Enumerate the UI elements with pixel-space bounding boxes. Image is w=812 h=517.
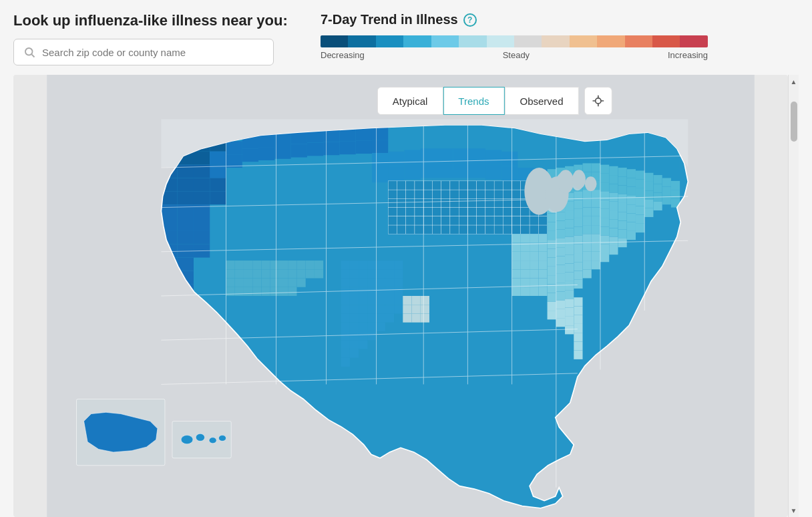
- scrollbar[interactable]: ▲ ▼: [788, 75, 799, 517]
- svg-rect-479: [377, 261, 385, 269]
- legend-segment: [348, 35, 375, 47]
- svg-rect-109: [161, 204, 177, 218]
- svg-rect-470: [565, 325, 574, 334]
- color-legend: Decreasing Steady Increasing: [321, 35, 799, 60]
- svg-rect-431: [565, 263, 574, 272]
- svg-rect-526: [367, 323, 376, 331]
- svg-rect-451: [574, 280, 582, 289]
- svg-rect-151: [258, 147, 274, 160]
- svg-rect-509: [394, 296, 403, 305]
- svg-rect-298: [644, 173, 653, 182]
- svg-rect-491: [359, 279, 367, 287]
- svg-rect-427: [530, 261, 538, 269]
- svg-rect-552: [252, 269, 261, 278]
- svg-rect-547: [306, 261, 315, 269]
- svg-rect-472: [574, 333, 582, 341]
- svg-rect-513: [367, 305, 376, 313]
- svg-rect-197: [388, 190, 397, 198]
- legend-labels: Decreasing Steady Increasing: [321, 50, 708, 60]
- svg-rect-276: [450, 225, 459, 234]
- svg-rect-338: [600, 191, 609, 200]
- svg-rect-518: [350, 313, 359, 322]
- svg-rect-259: [459, 216, 467, 225]
- svg-rect-376: [618, 220, 626, 229]
- svg-rect-423: [592, 252, 600, 261]
- svg-rect-205: [459, 190, 467, 198]
- svg-rect-485: [367, 269, 376, 278]
- svg-rect-158: [372, 140, 388, 153]
- scroll-thumb[interactable]: [791, 102, 797, 142]
- legend-segment: [597, 35, 624, 47]
- svg-rect-293: [600, 165, 609, 174]
- svg-rect-365: [618, 212, 626, 220]
- svg-rect-368: [548, 222, 556, 231]
- svg-rect-193: [503, 181, 512, 190]
- svg-rect-324: [609, 184, 618, 192]
- svg-rect-174: [469, 163, 485, 178]
- svg-rect-436: [521, 269, 530, 278]
- svg-rect-380: [556, 230, 565, 238]
- search-box: [13, 39, 274, 65]
- svg-rect-468: [565, 317, 574, 325]
- search-input[interactable]: [42, 47, 264, 58]
- legend-segment: [542, 35, 569, 47]
- svg-rect-492: [367, 279, 376, 287]
- svg-rect-186: [441, 181, 450, 190]
- svg-rect-104: [210, 178, 226, 191]
- svg-rect-383: [583, 225, 592, 234]
- svg-rect-573: [261, 287, 270, 296]
- svg-rect-339: [609, 193, 618, 202]
- legend-segment: [570, 35, 597, 47]
- location-button[interactable]: [584, 87, 612, 115]
- svg-rect-389: [512, 234, 521, 242]
- svg-rect-553: [261, 269, 270, 278]
- trends-button[interactable]: Trends: [443, 87, 504, 115]
- svg-rect-582: [421, 305, 429, 313]
- svg-rect-370: [565, 219, 574, 228]
- svg-rect-496: [341, 287, 350, 296]
- svg-rect-315: [662, 187, 671, 196]
- svg-rect-531: [367, 331, 376, 340]
- svg-rect-173: [453, 163, 469, 178]
- svg-rect-275: [441, 225, 450, 234]
- svg-rect-209: [494, 190, 503, 198]
- svg-rect-369: [556, 220, 565, 229]
- svg-rect-185: [432, 181, 441, 190]
- svg-rect-256: [432, 216, 441, 225]
- svg-rect-385: [600, 226, 609, 235]
- svg-rect-237: [423, 208, 432, 216]
- legend-segment: [625, 35, 652, 47]
- svg-rect-556: [288, 269, 296, 278]
- svg-rect-108: [210, 191, 226, 204]
- svg-point-0: [25, 48, 33, 55]
- observed-button[interactable]: Observed: [505, 87, 579, 115]
- atypical-button[interactable]: Atypical: [377, 87, 443, 115]
- svg-rect-235: [406, 208, 415, 216]
- svg-point-2: [595, 98, 600, 104]
- svg-rect-384: [592, 225, 600, 234]
- scroll-down-arrow[interactable]: ▼: [789, 505, 799, 516]
- help-icon[interactable]: ?: [463, 13, 477, 27]
- svg-rect-484: [359, 269, 367, 278]
- svg-rect-274: [432, 225, 441, 234]
- svg-rect-440: [556, 274, 565, 283]
- svg-rect-180: [388, 181, 397, 190]
- svg-point-610: [209, 438, 216, 444]
- svg-rect-574: [270, 287, 279, 296]
- svg-rect-192: [494, 181, 503, 190]
- svg-rect-419: [556, 256, 565, 265]
- us-map[interactable]: [13, 75, 788, 517]
- svg-rect-263: [494, 216, 503, 225]
- svg-rect-210: [503, 190, 512, 198]
- svg-rect-568: [296, 279, 305, 287]
- svg-rect-372: [583, 216, 592, 225]
- svg-rect-291: [583, 163, 592, 172]
- svg-rect-166: [485, 150, 501, 165]
- legend-segment: [459, 35, 486, 47]
- map-buttons: Atypical Trends Observed: [377, 87, 612, 115]
- svg-rect-271: [406, 225, 415, 234]
- svg-rect-501: [385, 287, 394, 296]
- svg-rect-211: [512, 190, 521, 198]
- svg-rect-294: [609, 166, 618, 175]
- scroll-up-arrow[interactable]: ▲: [789, 76, 799, 87]
